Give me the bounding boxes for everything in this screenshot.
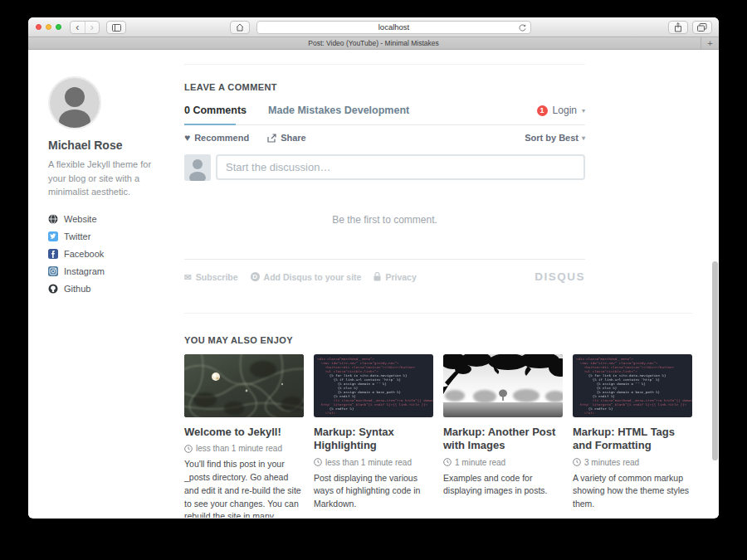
post-thumbnail-code[interactable]: <div class="masthead__menu"> <nav id="si…	[314, 354, 433, 417]
sidebar-link-website[interactable]: Website	[48, 214, 166, 224]
comment-input[interactable]	[216, 154, 585, 180]
zoom-window-button[interactable]	[56, 24, 61, 30]
share-box-icon	[267, 134, 276, 143]
disqus-embed: 0 Comments Made Mistakes Development 1 L…	[184, 105, 585, 294]
post-excerpt: A variety of common markup showing how t…	[573, 472, 692, 511]
tab-title: Post: Video (YouTube) - Minimal Mistakes	[308, 39, 438, 47]
sidebar-link-github[interactable]: Github	[48, 284, 166, 294]
clock-icon	[184, 445, 193, 453]
clock-icon	[314, 458, 322, 466]
show-tabs-button[interactable]	[692, 21, 712, 34]
sidebar-link-facebook[interactable]: Facebook	[48, 249, 166, 259]
sidebar-icon	[112, 24, 121, 32]
heart-icon: ♥	[184, 134, 190, 142]
related-divider	[184, 313, 692, 314]
related-post-card: <div class="masthead__menu"> <nav id="si…	[573, 354, 692, 518]
author-name: Michael Rose	[48, 139, 166, 152]
active-tab-underline	[184, 124, 236, 125]
author-bio: A flexible Jekyll theme for your blog or…	[48, 158, 166, 199]
tabs-icon	[697, 23, 707, 32]
post-excerpt: You'll find this post in your _posts dir…	[184, 458, 304, 518]
post-thumbnail-green-foam[interactable]	[184, 354, 304, 417]
author-avatar	[48, 76, 101, 129]
related-post-card: Welcome to Jekyll! less than 1 minute re…	[184, 354, 304, 518]
privacy-link[interactable]: Privacy	[374, 272, 416, 282]
sidebar-toggle-button[interactable]	[106, 21, 126, 34]
post-excerpt: Post displaying the various ways of high…	[314, 472, 433, 511]
notification-badge: 1	[537, 105, 548, 116]
scrollbar-thumb[interactable]	[712, 261, 718, 460]
comments-heading: LEAVE A COMMENT	[184, 82, 692, 92]
post-read-time: less than 1 minute read	[184, 444, 304, 453]
share-button[interactable]	[668, 21, 688, 34]
facebook-icon	[48, 249, 58, 259]
browser-window: ‹ › localhost	[28, 17, 719, 519]
post-read-time: 1 minute read	[443, 458, 563, 467]
disqus-footer: ✉ Subscribe D Add Disqus to your site Pr…	[184, 260, 585, 294]
instagram-icon	[48, 266, 58, 276]
refresh-button[interactable]	[518, 23, 527, 32]
related-post-card: <div class="masthead__menu"> <nav id="si…	[314, 354, 433, 518]
community-link[interactable]: Made Mistakes Development	[268, 105, 409, 116]
post-title[interactable]: Markup: Syntax Highlighting	[314, 426, 433, 453]
back-button[interactable]: ‹	[71, 22, 85, 33]
add-disqus-link[interactable]: D Add Disqus to your site	[251, 272, 362, 282]
disqus-share-button[interactable]: Share	[267, 133, 306, 143]
sidebar-link-twitter[interactable]: Twitter	[48, 231, 166, 241]
login-label: Login	[553, 105, 577, 116]
page-content: Michael Rose A flexible Jekyll theme for…	[28, 50, 719, 518]
sort-menu[interactable]: Sort by Best ▾	[525, 133, 585, 143]
browser-toolbar: ‹ › localhost	[28, 17, 719, 37]
post-read-time: 3 minutes read	[573, 458, 692, 467]
disqus-header: 0 Comments Made Mistakes Development 1 L…	[184, 105, 585, 125]
author-links: Website Twitter Facebook	[48, 214, 166, 294]
disqus-d-icon: D	[251, 272, 260, 281]
empty-comments-message: Be the first to comment.	[184, 214, 585, 226]
login-menu[interactable]: 1 Login ▾	[537, 105, 585, 116]
chevron-down-icon: ▾	[582, 134, 585, 142]
new-tab-button[interactable]: +	[701, 37, 719, 49]
globe-icon	[48, 214, 58, 224]
active-tab[interactable]: Post: Video (YouTube) - Minimal Mistakes	[28, 37, 719, 49]
main-column: LEAVE A COMMENT 0 Comments Made Mistakes…	[184, 50, 692, 518]
comment-form	[184, 154, 585, 181]
close-window-button[interactable]	[36, 24, 42, 30]
forward-button[interactable]: ›	[85, 22, 100, 33]
post-title[interactable]: Markup: HTML Tags and Formatting	[573, 426, 692, 453]
related-posts: Welcome to Jekyll! less than 1 minute re…	[184, 354, 692, 518]
post-thumbnail-foggy-trees[interactable]	[443, 354, 563, 417]
sidebar-link-instagram[interactable]: Instagram	[48, 266, 166, 276]
disqus-logo[interactable]: DISQUS	[535, 270, 585, 283]
recommend-button[interactable]: ♥ Recommend	[184, 133, 249, 143]
commenter-avatar	[184, 154, 211, 181]
envelope-icon: ✉	[184, 272, 192, 282]
window-controls	[36, 24, 61, 30]
refresh-icon	[518, 23, 527, 32]
post-read-time: less than 1 minute read	[314, 458, 433, 467]
chevron-down-icon: ▾	[582, 107, 585, 114]
clock-icon	[443, 458, 452, 466]
comments-count-tab[interactable]: 0 Comments	[184, 105, 247, 116]
post-title[interactable]: Markup: Another Post with Images	[443, 426, 563, 453]
author-sidebar: Michael Rose A flexible Jekyll theme for…	[48, 76, 166, 301]
github-icon	[48, 284, 58, 294]
tab-bar: Post: Video (YouTube) - Minimal Mistakes…	[28, 37, 719, 50]
related-post-card: Markup: Another Post with Images 1 minut…	[443, 354, 563, 518]
twitter-icon	[48, 231, 58, 241]
address-bar[interactable]: localhost	[256, 21, 531, 34]
subscribe-link[interactable]: ✉ Subscribe	[184, 272, 238, 282]
post-divider	[184, 64, 585, 65]
minimize-window-button[interactable]	[46, 24, 51, 30]
lock-icon	[374, 272, 381, 281]
url-text: localhost	[378, 22, 410, 32]
home-button[interactable]	[230, 21, 250, 34]
disqus-actions: ♥ Recommend Share Sort by Best ▾	[184, 125, 585, 150]
share-icon	[674, 22, 682, 32]
post-title[interactable]: Welcome to Jekyll!	[184, 426, 304, 439]
post-thumbnail-code[interactable]: <div class="masthead__menu"> <nav id="si…	[573, 354, 692, 417]
post-excerpt: Examples and code for displaying images …	[443, 472, 563, 499]
clock-icon	[573, 458, 581, 466]
home-icon	[236, 23, 244, 32]
nav-buttons: ‹ ›	[70, 21, 100, 34]
related-heading: YOU MAY ALSO ENJOY	[184, 335, 692, 345]
